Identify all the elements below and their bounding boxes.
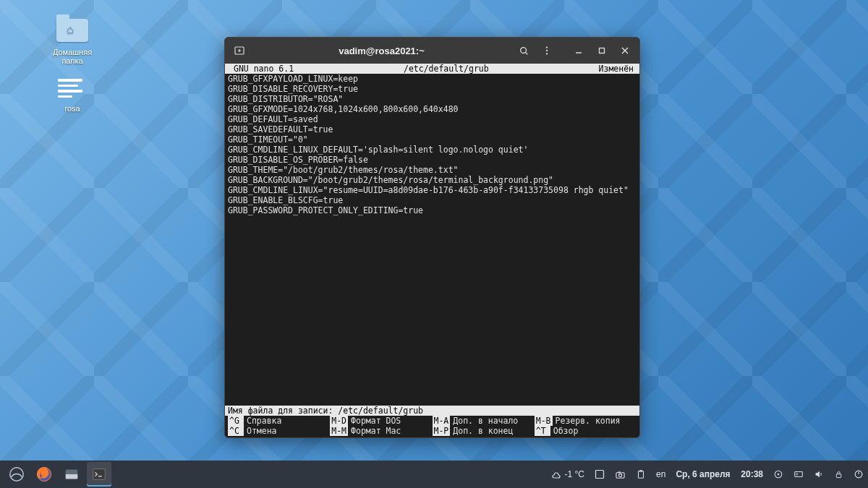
maximize-button[interactable] [592, 40, 612, 61]
svg-rect-11 [596, 471, 604, 479]
nano-file-path: /etc/default/grub [294, 64, 598, 74]
nano-help-label: Формат DOS [348, 416, 401, 426]
nano-help-label: Доп. в начало [450, 416, 518, 426]
nano-help-label: Резерв. копия [553, 416, 621, 426]
desktop-icon-rosa[interactable]: rosa [43, 72, 101, 113]
nano-help-key: M-B [535, 416, 553, 426]
nano-help-key: ^T [535, 426, 550, 436]
svg-point-18 [778, 474, 780, 476]
nano-app-name: GNU nano 6.1 [228, 64, 294, 74]
network-icon[interactable] [793, 469, 804, 479]
folder-icon [55, 16, 90, 45]
nano-help-key: M-D [330, 416, 348, 426]
weather-icon [550, 468, 562, 480]
svg-rect-12 [616, 472, 624, 478]
nano-help-item: M-MФормат Mac [330, 426, 432, 436]
power-icon[interactable] [854, 469, 864, 479]
weather-temp: -1 °C [565, 469, 584, 479]
keyboard-layout[interactable]: en [656, 469, 665, 479]
nano-help-item: M-PДоп. в конец [433, 426, 535, 436]
terminal-task-icon[interactable] [87, 462, 111, 487]
firefox-icon[interactable] [32, 462, 56, 487]
volume-icon[interactable] [814, 469, 824, 479]
text-file-icon [55, 72, 90, 101]
clipboard-icon[interactable] [636, 469, 646, 479]
svg-rect-14 [618, 471, 621, 473]
new-tab-button[interactable] [229, 40, 250, 61]
weather-widget[interactable]: -1 °C [550, 468, 584, 480]
nano-help-item: M-DФормат DOS [330, 416, 432, 426]
svg-rect-5 [600, 48, 605, 53]
system-tray: -1 °C en Ср, 6 апреля 20:38 [550, 468, 864, 480]
nano-help-item: ^GСправка [228, 416, 330, 426]
window-title: vadim@rosa2021:~ [252, 46, 511, 56]
desktop-icon-label: rosa [43, 104, 101, 113]
svg-point-1 [520, 47, 526, 53]
nano-help-key: ^C [228, 426, 244, 436]
clock[interactable]: Ср, 6 апреля 20:38 [676, 469, 763, 479]
svg-rect-9 [66, 474, 78, 479]
nano-help-key: ^G [228, 416, 244, 426]
svg-rect-19 [795, 472, 803, 477]
desktop-icon-label: Домашняя папка [43, 48, 101, 65]
nano-help-label: Доп. в конец [450, 426, 513, 436]
search-button[interactable] [514, 40, 534, 61]
nano-help-key: M-P [433, 426, 451, 436]
tray-checkbox-icon[interactable] [595, 469, 605, 479]
nano-help-label: Отмена [244, 426, 277, 436]
camera-icon[interactable] [615, 469, 626, 480]
svg-rect-10 [93, 469, 106, 480]
nano-help-label: Формат Mac [348, 426, 401, 436]
svg-point-13 [618, 474, 621, 476]
notifications-icon[interactable] [773, 469, 783, 479]
date-text: Ср, 6 апреля [676, 469, 730, 479]
svg-rect-16 [639, 470, 642, 471]
nano-status: Изменён [599, 64, 637, 74]
menu-button[interactable] [537, 40, 557, 61]
svg-rect-15 [639, 471, 644, 479]
nano-help-item: ^CОтмена [228, 426, 330, 436]
app-launcher[interactable] [4, 462, 29, 487]
files-icon[interactable] [59, 462, 84, 487]
terminal-body[interactable]: GNU nano 6.1 /etc/default/grub Изменён G… [225, 64, 639, 437]
minimize-button[interactable] [569, 40, 589, 61]
svg-rect-20 [836, 474, 841, 477]
nano-help-item: M-BРезерв. копия [535, 416, 637, 426]
nano-help-item: ^TОбзор [535, 426, 637, 436]
terminal-window: vadim@rosa2021:~ GNU nano 6.1 /etc/defau… [224, 37, 640, 438]
nano-help-item: M-AДоп. в начало [433, 416, 535, 426]
desktop-icon-home[interactable]: Домашняя папка [43, 16, 101, 65]
nano-help-label: Обзор [550, 426, 579, 436]
svg-point-4 [546, 53, 548, 54]
nano-help-key: M-M [330, 426, 348, 436]
svg-point-3 [546, 50, 548, 51]
nano-content[interactable]: GRUB_GFXPAYLOAD_LINUX=keep GRUB_DISABLE_… [225, 74, 639, 406]
time-text: 20:38 [741, 469, 763, 479]
nano-help-key: M-A [433, 416, 451, 426]
svg-point-2 [546, 46, 548, 48]
close-button[interactable] [615, 40, 635, 61]
nano-prompt[interactable]: Имя файла для записи: /etc/default/grub [225, 406, 639, 416]
nano-header: GNU nano 6.1 /etc/default/grub Изменён [225, 64, 639, 74]
titlebar[interactable]: vadim@rosa2021:~ [225, 38, 639, 64]
lock-icon[interactable] [834, 470, 843, 479]
nano-help-bar: ^GСправкаM-DФормат DOSM-AДоп. в началоM-… [225, 416, 639, 437]
nano-help-label: Справка [244, 416, 281, 426]
taskbar: -1 °C en Ср, 6 апреля 20:38 [0, 461, 868, 488]
